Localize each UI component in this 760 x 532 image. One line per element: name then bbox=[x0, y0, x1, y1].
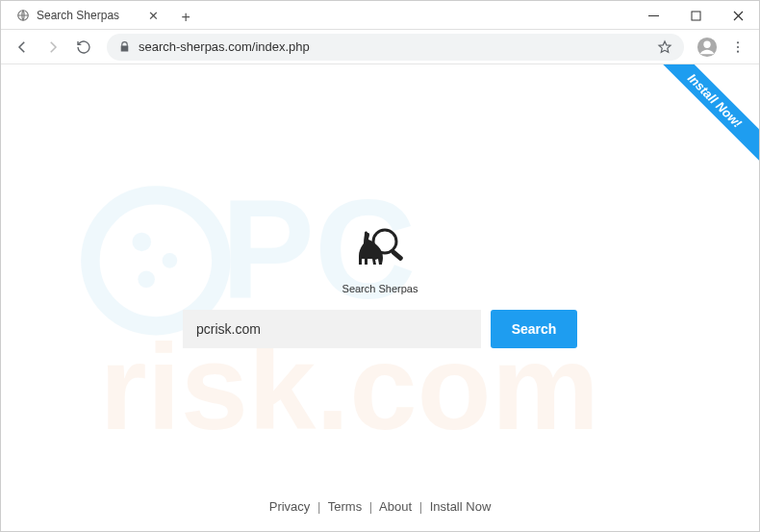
svg-point-4 bbox=[703, 40, 710, 47]
footer-links: Privacy | Terms | About | Install Now bbox=[1, 499, 759, 514]
search-center: Search Sherpas Search bbox=[183, 223, 577, 348]
minimize-button[interactable] bbox=[632, 1, 674, 30]
footer-sep: | bbox=[369, 499, 372, 514]
svg-point-9 bbox=[133, 232, 151, 250]
globe-icon bbox=[16, 9, 30, 22]
bookmark-star-icon[interactable] bbox=[657, 39, 672, 55]
brand-name: Search Sherpas bbox=[342, 283, 418, 294]
back-button[interactable] bbox=[9, 34, 36, 61]
window-controls bbox=[632, 1, 759, 30]
svg-rect-15 bbox=[391, 249, 404, 262]
install-ribbon-button[interactable]: Install Now! bbox=[646, 64, 759, 169]
browser-toolbar: search-sherpas.com/index.php bbox=[1, 30, 759, 64]
svg-point-10 bbox=[163, 253, 178, 268]
titlebar: Search Sherpas ✕ + bbox=[1, 1, 759, 30]
footer-link-install-now[interactable]: Install Now bbox=[430, 499, 492, 514]
page-content: PC risk.com Install Now! Sear bbox=[1, 64, 759, 531]
brand-logo bbox=[346, 223, 414, 281]
kebab-menu-icon[interactable] bbox=[724, 34, 751, 61]
svg-point-6 bbox=[737, 45, 739, 47]
browser-window: Search Sherpas ✕ + bbox=[0, 0, 760, 532]
lock-icon bbox=[118, 40, 131, 53]
search-button[interactable]: Search bbox=[491, 310, 577, 348]
footer-sep: | bbox=[419, 499, 422, 514]
footer-link-about[interactable]: About bbox=[379, 499, 412, 514]
svg-point-11 bbox=[138, 270, 154, 287]
install-ribbon-label: Install Now! bbox=[685, 70, 745, 130]
tab-close-icon[interactable]: ✕ bbox=[148, 9, 159, 23]
maximize-button[interactable] bbox=[674, 1, 717, 30]
browser-tab[interactable]: Search Sherpas ✕ bbox=[7, 2, 166, 29]
footer-sep: | bbox=[317, 499, 320, 514]
url-text: search-sherpas.com/index.php bbox=[139, 39, 310, 54]
search-row: Search bbox=[183, 310, 577, 348]
forward-button[interactable] bbox=[39, 34, 66, 61]
install-ribbon: Install Now! bbox=[646, 64, 759, 178]
search-input[interactable] bbox=[183, 310, 481, 348]
account-icon[interactable] bbox=[694, 34, 721, 61]
footer-link-terms[interactable]: Terms bbox=[328, 499, 362, 514]
new-tab-button[interactable]: + bbox=[174, 6, 197, 29]
close-window-button[interactable] bbox=[717, 1, 759, 30]
svg-point-5 bbox=[737, 41, 739, 43]
svg-point-7 bbox=[737, 50, 739, 52]
address-bar[interactable]: search-sherpas.com/index.php bbox=[107, 34, 684, 61]
svg-rect-2 bbox=[692, 12, 700, 20]
tab-title: Search Sherpas bbox=[37, 9, 119, 22]
footer-link-privacy[interactable]: Privacy bbox=[269, 499, 311, 514]
reload-button[interactable] bbox=[70, 34, 97, 61]
svg-rect-1 bbox=[648, 15, 659, 16]
